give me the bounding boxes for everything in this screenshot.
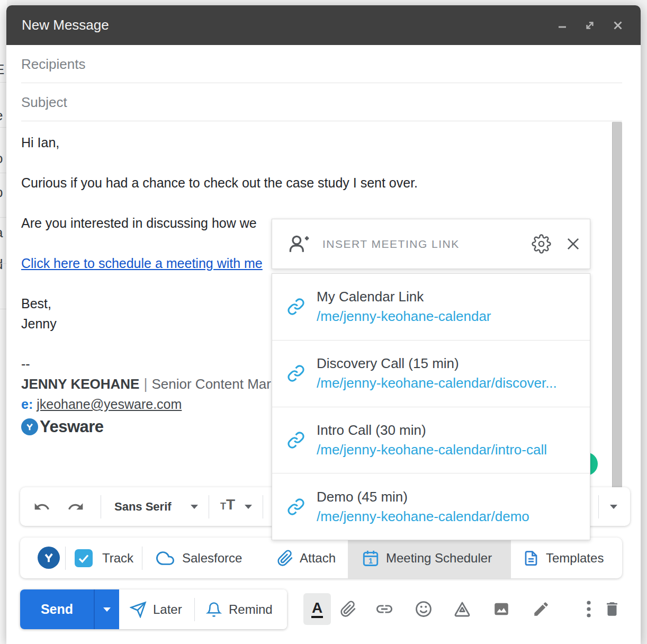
meeting-scheduler-button[interactable]: 1 Meeting Scheduler <box>348 538 511 578</box>
subject-field[interactable]: Subject <box>21 94 67 111</box>
popup-title: INSERT MEETING LINK <box>322 238 460 251</box>
chain-link-icon <box>287 498 305 516</box>
chain-link-icon <box>287 431 305 449</box>
insert-meeting-link-popup-header: INSERT MEETING LINK <box>272 219 590 269</box>
template-document-icon <box>523 549 539 567</box>
insert-link-button[interactable] <box>375 600 394 619</box>
emoji-icon <box>415 600 433 618</box>
font-family-dropdown[interactable]: Sans Serif <box>114 487 172 526</box>
bell-icon <box>206 601 222 618</box>
divider <box>209 495 209 518</box>
meeting-link-label: My Calendar Link <box>317 289 491 305</box>
signature-job-title: Senior Content Mar <box>151 376 271 392</box>
divider <box>101 495 101 518</box>
pop-out-icon[interactable] <box>583 19 597 32</box>
yesware-logo-icon <box>21 418 38 435</box>
attach-files-button[interactable] <box>339 600 358 619</box>
svg-text:1: 1 <box>369 556 373 565</box>
recipients-placeholder: Recipients <box>21 56 85 72</box>
compose-window: New Message Recipients Subject Hi Ian, C… <box>6 5 641 644</box>
templates-button[interactable]: Templates <box>523 538 604 578</box>
attach-label: Attach <box>300 551 336 566</box>
paper-plane-icon <box>130 601 147 618</box>
divider <box>598 495 599 518</box>
cloud-icon <box>155 549 176 567</box>
body-line: Curious if you had a chance to check out… <box>21 173 614 193</box>
signature-pen-button[interactable] <box>532 600 551 619</box>
person-add-icon <box>286 232 311 256</box>
close-icon[interactable] <box>611 19 625 32</box>
google-drive-icon <box>453 600 472 618</box>
redo-icon[interactable] <box>67 498 85 515</box>
meeting-link-url: /me/jenny-keohane-calendar/demo <box>317 508 529 525</box>
send-toolbar: Send Later Remind <box>20 589 287 629</box>
divider <box>65 547 66 570</box>
divider <box>142 547 142 570</box>
undo-icon[interactable] <box>33 498 51 515</box>
chain-link-icon <box>287 364 305 382</box>
body-scrollbar[interactable] <box>612 122 622 494</box>
more-formatting-chevron-icon[interactable] <box>610 505 617 509</box>
trash-icon <box>603 600 621 619</box>
yesware-logo-icon[interactable] <box>38 547 60 569</box>
schedule-meeting-link[interactable]: Click here to schedule a meeting with me <box>21 256 263 271</box>
list-item[interactable]: Intro Call (30 min) /me/jenny-keohane-ca… <box>272 407 590 473</box>
yesware-toolbar: Track Salesforce Attach 1 Meeting Schedu… <box>20 538 622 578</box>
meeting-link-list: My Calendar Link /me/jenny-keohane-calen… <box>272 273 590 540</box>
format-text-icon: A <box>311 600 323 618</box>
paperclip-icon <box>340 601 357 618</box>
insert-drive-file-button[interactable] <box>453 600 472 619</box>
minimize-icon[interactable] <box>556 19 569 32</box>
meeting-link-label: Discovery Call (15 min) <box>317 355 557 372</box>
attach-button[interactable]: Attach <box>277 538 336 578</box>
track-checkbox[interactable] <box>75 549 93 567</box>
chevron-down-icon[interactable] <box>191 505 198 509</box>
signature-name: JENNY KEOHANE <box>21 376 139 392</box>
meeting-scheduler-label: Meeting Scheduler <box>386 551 492 566</box>
send-button[interactable]: Send <box>20 589 94 629</box>
signature-separator: | <box>139 376 151 392</box>
templates-label: Templates <box>546 551 604 566</box>
salesforce-label: Salesforce <box>182 551 242 566</box>
more-options-button[interactable] <box>579 600 598 619</box>
chevron-down-icon <box>103 607 111 612</box>
recipients-field[interactable]: Recipients <box>21 56 85 73</box>
track-label: Track <box>102 551 133 566</box>
chevron-down-icon[interactable] <box>245 505 252 509</box>
signature-email-link[interactable]: jkeohane@yesware.com <box>37 397 182 412</box>
list-item[interactable]: My Calendar Link /me/jenny-keohane-calen… <box>272 274 590 340</box>
discard-draft-button[interactable] <box>603 600 622 619</box>
close-icon[interactable] <box>564 235 582 253</box>
yesware-logo-text: Yesware <box>40 417 104 437</box>
divider <box>21 83 622 83</box>
divider <box>263 495 263 518</box>
font-family-value: Sans Serif <box>114 500 172 514</box>
track-toggle[interactable]: Track <box>75 538 133 578</box>
send-options-dropdown[interactable] <box>94 589 119 629</box>
chain-link-icon <box>287 298 305 316</box>
window-title: New Message <box>22 17 109 33</box>
meeting-link-label: Demo (45 min) <box>317 489 529 505</box>
gear-icon[interactable] <box>532 234 551 254</box>
subject-placeholder: Subject <box>21 94 67 110</box>
compose-titlebar: New Message <box>6 5 641 45</box>
divider <box>21 121 622 121</box>
vertical-dots-icon <box>585 600 592 619</box>
pen-icon <box>532 600 550 618</box>
divider <box>194 598 195 621</box>
meeting-link-url: /me/jenny-keohane-calendar <box>317 308 491 325</box>
list-item[interactable]: Demo (45 min) /me/jenny-keohane-calendar… <box>272 473 590 540</box>
text-size-icon[interactable]: TT <box>220 496 235 513</box>
send-later-button[interactable]: Later <box>130 589 182 629</box>
meeting-link-label: Intro Call (30 min) <box>317 422 547 439</box>
insert-emoji-button[interactable] <box>414 600 433 619</box>
remind-button[interactable]: Remind <box>206 589 273 629</box>
meeting-link-url: /me/jenny-keohane-calendar/discover... <box>317 375 557 391</box>
salesforce-button[interactable]: Salesforce <box>155 538 242 578</box>
list-item[interactable]: Discovery Call (15 min) /me/jenny-keohan… <box>272 340 590 407</box>
image-icon <box>492 600 511 618</box>
insert-photo-button[interactable] <box>492 600 511 619</box>
text-formatting-button[interactable]: A <box>303 593 331 625</box>
paperclip-icon <box>277 550 294 567</box>
later-remind-group: Later Remind <box>119 589 287 629</box>
